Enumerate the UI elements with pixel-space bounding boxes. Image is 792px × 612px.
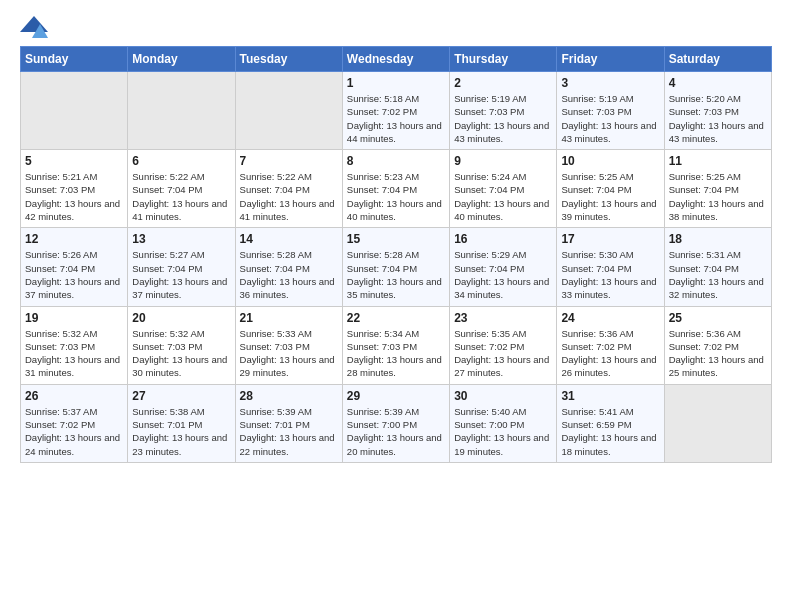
- calendar-cell: 1 Sunrise: 5:18 AM Sunset: 7:02 PM Dayli…: [342, 72, 449, 150]
- day-info: Sunrise: 5:37 AM Sunset: 7:02 PM Dayligh…: [25, 405, 123, 458]
- calendar-cell: 14 Sunrise: 5:28 AM Sunset: 7:04 PM Dayl…: [235, 228, 342, 306]
- day-number: 17: [561, 232, 659, 246]
- day-info: Sunrise: 5:35 AM Sunset: 7:02 PM Dayligh…: [454, 327, 552, 380]
- day-number: 24: [561, 311, 659, 325]
- calendar-cell: 23 Sunrise: 5:35 AM Sunset: 7:02 PM Dayl…: [450, 306, 557, 384]
- day-number: 5: [25, 154, 123, 168]
- weekday-header: Friday: [557, 47, 664, 72]
- calendar-cell: 9 Sunrise: 5:24 AM Sunset: 7:04 PM Dayli…: [450, 150, 557, 228]
- calendar-cell: 28 Sunrise: 5:39 AM Sunset: 7:01 PM Dayl…: [235, 384, 342, 462]
- day-number: 16: [454, 232, 552, 246]
- calendar-cell: 22 Sunrise: 5:34 AM Sunset: 7:03 PM Dayl…: [342, 306, 449, 384]
- calendar-table: SundayMondayTuesdayWednesdayThursdayFrid…: [20, 46, 772, 463]
- day-number: 29: [347, 389, 445, 403]
- weekday-header: Sunday: [21, 47, 128, 72]
- calendar-week-row: 26 Sunrise: 5:37 AM Sunset: 7:02 PM Dayl…: [21, 384, 772, 462]
- calendar-cell: 11 Sunrise: 5:25 AM Sunset: 7:04 PM Dayl…: [664, 150, 771, 228]
- day-number: 31: [561, 389, 659, 403]
- weekday-header: Monday: [128, 47, 235, 72]
- day-info: Sunrise: 5:22 AM Sunset: 7:04 PM Dayligh…: [240, 170, 338, 223]
- day-info: Sunrise: 5:41 AM Sunset: 6:59 PM Dayligh…: [561, 405, 659, 458]
- day-number: 25: [669, 311, 767, 325]
- day-info: Sunrise: 5:29 AM Sunset: 7:04 PM Dayligh…: [454, 248, 552, 301]
- day-info: Sunrise: 5:32 AM Sunset: 7:03 PM Dayligh…: [132, 327, 230, 380]
- day-number: 19: [25, 311, 123, 325]
- day-info: Sunrise: 5:39 AM Sunset: 7:00 PM Dayligh…: [347, 405, 445, 458]
- day-info: Sunrise: 5:36 AM Sunset: 7:02 PM Dayligh…: [561, 327, 659, 380]
- calendar-cell: [664, 384, 771, 462]
- calendar-cell: 20 Sunrise: 5:32 AM Sunset: 7:03 PM Dayl…: [128, 306, 235, 384]
- header: [20, 16, 772, 38]
- day-number: 26: [25, 389, 123, 403]
- calendar-cell: 8 Sunrise: 5:23 AM Sunset: 7:04 PM Dayli…: [342, 150, 449, 228]
- day-info: Sunrise: 5:32 AM Sunset: 7:03 PM Dayligh…: [25, 327, 123, 380]
- day-number: 21: [240, 311, 338, 325]
- day-number: 6: [132, 154, 230, 168]
- calendar-cell: 16 Sunrise: 5:29 AM Sunset: 7:04 PM Dayl…: [450, 228, 557, 306]
- calendar-cell: 24 Sunrise: 5:36 AM Sunset: 7:02 PM Dayl…: [557, 306, 664, 384]
- calendar-body: 1 Sunrise: 5:18 AM Sunset: 7:02 PM Dayli…: [21, 72, 772, 463]
- day-info: Sunrise: 5:20 AM Sunset: 7:03 PM Dayligh…: [669, 92, 767, 145]
- page-container: SundayMondayTuesdayWednesdayThursdayFrid…: [0, 0, 792, 473]
- calendar-cell: 29 Sunrise: 5:39 AM Sunset: 7:00 PM Dayl…: [342, 384, 449, 462]
- day-number: 15: [347, 232, 445, 246]
- day-number: 3: [561, 76, 659, 90]
- day-number: 1: [347, 76, 445, 90]
- day-info: Sunrise: 5:30 AM Sunset: 7:04 PM Dayligh…: [561, 248, 659, 301]
- day-info: Sunrise: 5:28 AM Sunset: 7:04 PM Dayligh…: [240, 248, 338, 301]
- day-info: Sunrise: 5:38 AM Sunset: 7:01 PM Dayligh…: [132, 405, 230, 458]
- calendar-cell: 13 Sunrise: 5:27 AM Sunset: 7:04 PM Dayl…: [128, 228, 235, 306]
- day-info: Sunrise: 5:19 AM Sunset: 7:03 PM Dayligh…: [561, 92, 659, 145]
- calendar-cell: 18 Sunrise: 5:31 AM Sunset: 7:04 PM Dayl…: [664, 228, 771, 306]
- calendar-cell: 17 Sunrise: 5:30 AM Sunset: 7:04 PM Dayl…: [557, 228, 664, 306]
- day-info: Sunrise: 5:21 AM Sunset: 7:03 PM Dayligh…: [25, 170, 123, 223]
- day-number: 8: [347, 154, 445, 168]
- calendar-cell: 21 Sunrise: 5:33 AM Sunset: 7:03 PM Dayl…: [235, 306, 342, 384]
- day-info: Sunrise: 5:19 AM Sunset: 7:03 PM Dayligh…: [454, 92, 552, 145]
- calendar-week-row: 1 Sunrise: 5:18 AM Sunset: 7:02 PM Dayli…: [21, 72, 772, 150]
- day-info: Sunrise: 5:36 AM Sunset: 7:02 PM Dayligh…: [669, 327, 767, 380]
- day-number: 10: [561, 154, 659, 168]
- calendar-cell: 12 Sunrise: 5:26 AM Sunset: 7:04 PM Dayl…: [21, 228, 128, 306]
- day-number: 2: [454, 76, 552, 90]
- weekday-header: Wednesday: [342, 47, 449, 72]
- day-info: Sunrise: 5:39 AM Sunset: 7:01 PM Dayligh…: [240, 405, 338, 458]
- svg-marker-0: [20, 16, 48, 32]
- calendar-cell: 10 Sunrise: 5:25 AM Sunset: 7:04 PM Dayl…: [557, 150, 664, 228]
- weekday-header: Saturday: [664, 47, 771, 72]
- calendar-cell: 19 Sunrise: 5:32 AM Sunset: 7:03 PM Dayl…: [21, 306, 128, 384]
- weekday-header: Thursday: [450, 47, 557, 72]
- day-info: Sunrise: 5:25 AM Sunset: 7:04 PM Dayligh…: [561, 170, 659, 223]
- calendar-cell: 2 Sunrise: 5:19 AM Sunset: 7:03 PM Dayli…: [450, 72, 557, 150]
- calendar-cell: 7 Sunrise: 5:22 AM Sunset: 7:04 PM Dayli…: [235, 150, 342, 228]
- day-info: Sunrise: 5:23 AM Sunset: 7:04 PM Dayligh…: [347, 170, 445, 223]
- day-info: Sunrise: 5:40 AM Sunset: 7:00 PM Dayligh…: [454, 405, 552, 458]
- calendar-cell: 27 Sunrise: 5:38 AM Sunset: 7:01 PM Dayl…: [128, 384, 235, 462]
- logo-icon: [20, 16, 48, 38]
- calendar-cell: 4 Sunrise: 5:20 AM Sunset: 7:03 PM Dayli…: [664, 72, 771, 150]
- day-info: Sunrise: 5:33 AM Sunset: 7:03 PM Dayligh…: [240, 327, 338, 380]
- day-number: 12: [25, 232, 123, 246]
- calendar-cell: 30 Sunrise: 5:40 AM Sunset: 7:00 PM Dayl…: [450, 384, 557, 462]
- day-number: 7: [240, 154, 338, 168]
- day-number: 18: [669, 232, 767, 246]
- day-number: 20: [132, 311, 230, 325]
- calendar-cell: 26 Sunrise: 5:37 AM Sunset: 7:02 PM Dayl…: [21, 384, 128, 462]
- calendar-cell: 5 Sunrise: 5:21 AM Sunset: 7:03 PM Dayli…: [21, 150, 128, 228]
- day-number: 23: [454, 311, 552, 325]
- calendar-cell: 15 Sunrise: 5:28 AM Sunset: 7:04 PM Dayl…: [342, 228, 449, 306]
- day-number: 27: [132, 389, 230, 403]
- weekday-header: Tuesday: [235, 47, 342, 72]
- day-info: Sunrise: 5:26 AM Sunset: 7:04 PM Dayligh…: [25, 248, 123, 301]
- logo: [20, 16, 52, 38]
- day-info: Sunrise: 5:34 AM Sunset: 7:03 PM Dayligh…: [347, 327, 445, 380]
- calendar-week-row: 5 Sunrise: 5:21 AM Sunset: 7:03 PM Dayli…: [21, 150, 772, 228]
- calendar-week-row: 19 Sunrise: 5:32 AM Sunset: 7:03 PM Dayl…: [21, 306, 772, 384]
- calendar-cell: 6 Sunrise: 5:22 AM Sunset: 7:04 PM Dayli…: [128, 150, 235, 228]
- day-number: 14: [240, 232, 338, 246]
- day-info: Sunrise: 5:31 AM Sunset: 7:04 PM Dayligh…: [669, 248, 767, 301]
- calendar-week-row: 12 Sunrise: 5:26 AM Sunset: 7:04 PM Dayl…: [21, 228, 772, 306]
- day-number: 28: [240, 389, 338, 403]
- day-info: Sunrise: 5:27 AM Sunset: 7:04 PM Dayligh…: [132, 248, 230, 301]
- day-info: Sunrise: 5:24 AM Sunset: 7:04 PM Dayligh…: [454, 170, 552, 223]
